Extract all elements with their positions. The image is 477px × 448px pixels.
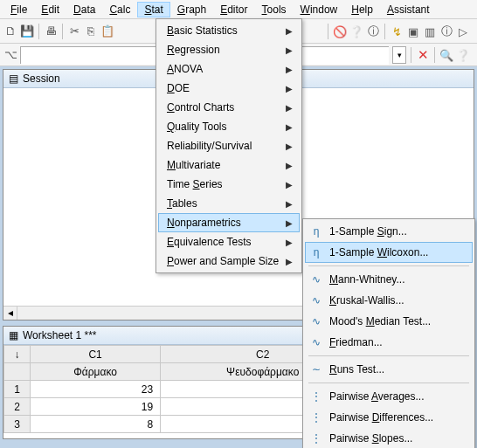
help-icon[interactable]: ❔ (456, 48, 470, 62)
submenu-icon: η (308, 245, 324, 259)
status-icon[interactable]: ⓘ (439, 24, 453, 38)
menu-separator (308, 265, 469, 266)
nonparam--sample-wilcoxon-[interactable]: η1-Sample Wilcoxon... (305, 242, 473, 263)
menu-file[interactable]: File (3, 2, 34, 17)
nonparam-mann-whitney-[interactable]: ∿Mann-Whitney... (305, 269, 473, 290)
menu-tools[interactable]: Tools (255, 2, 294, 17)
stat-menu-regression[interactable]: Regression▶ (158, 40, 300, 59)
cancel-icon[interactable]: 🚫 (333, 24, 347, 38)
menu-calc[interactable]: Calc (102, 2, 137, 17)
tile-icon[interactable]: ▥ (423, 24, 437, 38)
nonparam-pairwise-averages-[interactable]: ⋮Pairwise Averages... (305, 386, 473, 407)
cut-icon[interactable]: ✂ (67, 24, 81, 38)
cascade-icon[interactable]: ▣ (406, 24, 420, 38)
copy-icon[interactable]: ⎘ (84, 24, 98, 38)
worksheet-icon: ▦ (9, 329, 18, 341)
row-header[interactable]: 1 (4, 381, 31, 398)
cell[interactable]: 8 (31, 416, 161, 433)
nonparam-pairwise-slopes-[interactable]: ⋮Pairwise Slopes... (305, 428, 473, 448)
menu-separator (308, 355, 469, 356)
submenu-icon: ∿ (308, 335, 324, 349)
new-icon[interactable]: 🗋 (3, 24, 17, 38)
addr-history-dropdown[interactable]: ▾ (392, 46, 406, 64)
print-icon[interactable]: 🖶 (44, 24, 58, 38)
stat-menu-multivariate[interactable]: Multivariate▶ (158, 155, 300, 175)
cell[interactable]: 23 (31, 381, 161, 398)
col-header[interactable]: C1 (31, 346, 161, 363)
corner-cell[interactable]: ↓ (4, 346, 31, 363)
submenu-icon: ⋮ (308, 389, 324, 403)
nonparam-kruskal-wallis-[interactable]: ∿Kruskal-Wallis... (305, 290, 473, 311)
submenu-icon: η (308, 224, 324, 238)
stat-menu: Basic Statistics▶Regression▶ANOVA▶DOE▶Co… (156, 18, 302, 273)
menu-edit[interactable]: Edit (34, 2, 66, 17)
row-header[interactable]: 2 (4, 398, 31, 416)
last-dialog-icon[interactable]: ▷ (456, 24, 470, 38)
stat-menu-equivalence-tests[interactable]: Equivalence Tests▶ (158, 232, 300, 252)
submenu-icon: ⋮ (308, 431, 324, 445)
close-icon[interactable]: ✕ (416, 48, 430, 62)
stat-menu-basic-statistics[interactable]: Basic Statistics▶ (158, 21, 300, 40)
submenu-icon: ∿ (308, 293, 324, 307)
menu-stat[interactable]: Stat (137, 2, 169, 17)
stat-menu-doe[interactable]: DOE▶ (158, 79, 300, 98)
worksheet-title: Worksheet 1 *** (23, 329, 97, 341)
menu-window[interactable]: Window (294, 2, 345, 17)
save-icon[interactable]: 💾 (20, 24, 34, 38)
menu-help[interactable]: Help (344, 2, 380, 17)
stat-menu-anova[interactable]: ANOVA▶ (158, 59, 300, 79)
menu-editor[interactable]: Editor (213, 2, 254, 17)
search-icon[interactable]: 🔍 (439, 48, 453, 62)
row-header[interactable]: 3 (4, 416, 31, 433)
project-icon[interactable]: ↯ (390, 24, 404, 38)
menubar: FileEditDataCalcStatGraphEditorToolsWind… (0, 0, 477, 19)
nonparam--sample-sign-[interactable]: η1-Sample Sign... (305, 221, 473, 242)
stat-menu-quality-tools[interactable]: Quality Tools▶ (158, 117, 300, 136)
formula-icon[interactable]: ⌥ (3, 48, 17, 62)
col-name[interactable]: Φάρμακο (31, 363, 161, 381)
nonparam-mood-s-median-test-[interactable]: ∿Mood's Median Test... (305, 311, 473, 332)
session-title: Session (23, 72, 60, 85)
nonparam-runs-test-[interactable]: ∼Runs Test... (305, 359, 473, 380)
submenu-icon: ∿ (308, 272, 324, 286)
stat-menu-tables[interactable]: Tables▶ (158, 194, 300, 213)
nonparam-pairwise-differences-[interactable]: ⋮Pairwise Differences... (305, 407, 473, 428)
toolbar-right: 🚫 ❔ ⓘ ↯ ▣ ▥ ⓘ ▷ (322, 20, 474, 43)
nonparam-friedman-[interactable]: ∿Friedman... (305, 332, 473, 353)
stat-menu-time-series[interactable]: Time Series▶ (158, 175, 300, 194)
menu-data[interactable]: Data (66, 2, 102, 17)
session-icon: ▤ (9, 72, 18, 85)
info-icon[interactable]: ⓘ (366, 24, 380, 38)
stat-menu-nonparametrics[interactable]: Nonparametrics▶ (158, 213, 300, 232)
menu-graph[interactable]: Graph (170, 2, 213, 17)
stat-menu-power-and-sample-size[interactable]: Power and Sample Size▶ (158, 252, 300, 271)
nonparametrics-submenu: η1-Sample Sign...η1-Sample Wilcoxon...∿M… (302, 218, 475, 448)
submenu-icon: ∿ (308, 314, 324, 328)
submenu-icon: ⋮ (308, 410, 324, 424)
cell[interactable]: 19 (31, 398, 161, 416)
help-circle-icon[interactable]: ❔ (349, 24, 363, 38)
stat-menu-reliability-survival[interactable]: Reliability/Survival▶ (158, 136, 300, 155)
menu-assistant[interactable]: Assistant (380, 2, 437, 17)
menu-separator (308, 383, 469, 383)
paste-icon[interactable]: 📋 (100, 24, 114, 38)
stat-menu-control-charts[interactable]: Control Charts▶ (158, 98, 300, 117)
addrbar-right: ▾ ✕ 🔍 ❔ (389, 45, 474, 65)
submenu-icon: ∼ (308, 362, 324, 376)
